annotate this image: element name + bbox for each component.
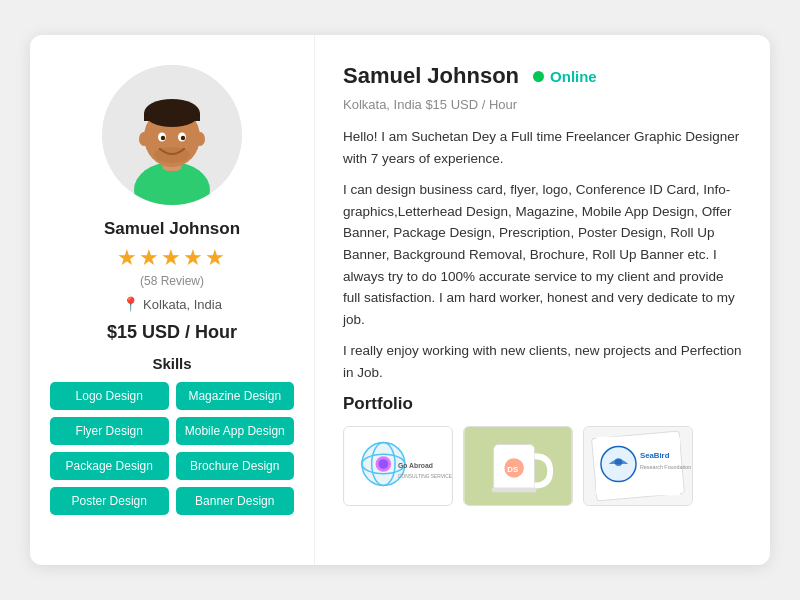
location: 📍 Kolkata, India: [122, 296, 222, 312]
svg-text:Go Abroad: Go Abroad: [398, 461, 433, 468]
svg-point-10: [154, 147, 190, 163]
svg-point-33: [615, 458, 623, 466]
right-name: Samuel Johnson: [343, 63, 519, 89]
skill-package-design[interactable]: Package Design: [50, 452, 169, 480]
skill-logo-design[interactable]: Logo Design: [50, 382, 169, 410]
portfolio-label: Portfolio: [343, 394, 742, 414]
svg-text:Research Foundation: Research Foundation: [640, 463, 691, 469]
rate: $15 USD / Hour: [107, 322, 237, 343]
left-panel: Samuel Johnson ★★★★★ (58 Review) 📍 Kolka…: [30, 35, 315, 565]
svg-point-11: [139, 132, 149, 146]
location-icon: 📍: [122, 296, 139, 312]
svg-point-8: [161, 136, 165, 140]
skill-mobile-app-design[interactable]: Mobile App Design: [176, 417, 295, 445]
online-dot: [533, 71, 544, 82]
svg-text:SeaBird: SeaBird: [640, 451, 670, 460]
svg-point-9: [181, 136, 185, 140]
profile-card: Samuel Johnson ★★★★★ (58 Review) 📍 Kolka…: [30, 35, 770, 565]
right-panel: Samuel Johnson Online Kolkata, India $15…: [315, 35, 770, 565]
svg-text:DS: DS: [507, 464, 518, 473]
svg-rect-25: [492, 487, 537, 492]
portfolio-item-3[interactable]: SeaBird Research Foundation: [583, 426, 693, 506]
bio-text-2: I can design business card, flyer, logo,…: [343, 179, 742, 330]
skill-flyer-design[interactable]: Flyer Design: [50, 417, 169, 445]
svg-rect-5: [144, 113, 200, 121]
svg-point-20: [379, 459, 389, 469]
portfolio-item-2[interactable]: DS: [463, 426, 573, 506]
skill-banner-design[interactable]: Banner Design: [176, 487, 295, 515]
avatar: [102, 65, 242, 205]
svg-text:CONSULTING SERVICES PVT LTD: CONSULTING SERVICES PVT LTD: [398, 473, 452, 478]
skill-magazine-design[interactable]: Magazine Design: [176, 382, 295, 410]
online-label: Online: [550, 68, 597, 85]
skill-poster-design[interactable]: Poster Design: [50, 487, 169, 515]
svg-point-12: [195, 132, 205, 146]
star-rating: ★★★★★: [117, 245, 227, 271]
profile-name: Samuel Johnson: [104, 219, 240, 239]
location-text: Kolkata, India: [143, 297, 222, 312]
bio-text-3: I really enjoy working with new clients,…: [343, 340, 742, 383]
right-header: Samuel Johnson Online: [343, 63, 742, 89]
meta-row: Kolkata, India $15 USD / Hour: [343, 97, 742, 112]
bio-text-1: Hello! I am Suchetan Dey a Full time Fre…: [343, 126, 742, 169]
portfolio-grid: Go Abroad CONSULTING SERVICES PVT LTD DS: [343, 426, 742, 506]
skills-grid: Logo Design Magazine Design Flyer Design…: [50, 382, 294, 515]
online-badge: Online: [533, 68, 597, 85]
review-count: (58 Review): [140, 274, 204, 288]
skill-brochure-design[interactable]: Brochure Design: [176, 452, 295, 480]
portfolio-item-1[interactable]: Go Abroad CONSULTING SERVICES PVT LTD: [343, 426, 453, 506]
skills-label: Skills: [50, 355, 294, 372]
